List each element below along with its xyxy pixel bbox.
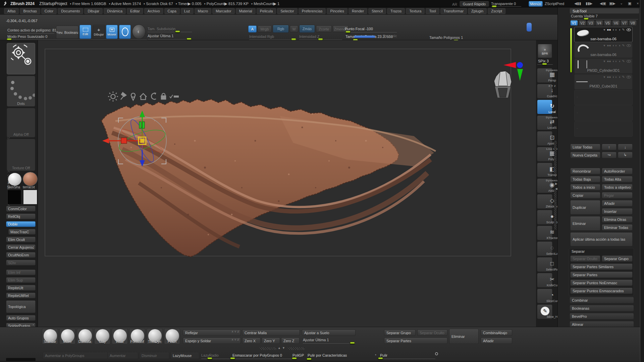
alpha-thumbnail[interactable]: Alpha Off xyxy=(7,108,35,137)
branch-arrow-button[interactable]: ↳ xyxy=(618,152,633,158)
split-parts-bottom-button[interactable]: Separar Partes xyxy=(384,338,447,344)
apply-last-action-button[interactable]: Aplicar última acción a todas las xyxy=(570,232,633,246)
list-all-button[interactable]: Listar Todas xyxy=(570,144,600,150)
menu-item[interactable]: Dinámica xyxy=(104,8,126,14)
menu-item[interactable]: Capa xyxy=(164,8,180,14)
subdivision-size-slider[interactable]: Tam. Subdivisión xyxy=(148,27,175,31)
tray-button[interactable]: Cerrar Agujeros xyxy=(6,244,36,250)
edit-button[interactable]: Edit xyxy=(79,25,91,39)
z-intensity-slider[interactable]: Intensidad Z xyxy=(299,35,320,39)
list-arrow-icon[interactable]: ▾ xyxy=(603,44,605,47)
move-down-button[interactable]: ↓ xyxy=(618,144,633,150)
panel-dock-left-icon[interactable]: ◀▣ xyxy=(600,1,606,6)
uv-icon[interactable]: ◐◑ xyxy=(612,59,616,63)
list-arrow-icon[interactable]: ▾ xyxy=(603,75,605,79)
polish-handle[interactable] xyxy=(378,357,383,359)
strip-button[interactable]: ◧ Transp xyxy=(537,163,552,177)
zscriptpred-label[interactable]: ZScriptPred xyxy=(545,2,564,6)
draw-button[interactable]: + Dibujar xyxy=(93,25,105,39)
subtool-row[interactable]: ▾ ●● ◐◑ ◑ ✎ san-barnaba-06 xyxy=(574,43,633,58)
strip-button[interactable]: Dynamic ⇄ LocalS xyxy=(537,115,552,130)
menu-item[interactable]: Tool xyxy=(426,8,439,14)
menu-item[interactable]: Zscript xyxy=(488,8,505,14)
bpr-render-button[interactable]: ● BPR xyxy=(538,44,552,58)
close-icon[interactable]: × xyxy=(637,1,639,5)
fit-last-slider-bottom[interactable]: Ajustar Última 1 xyxy=(303,338,329,342)
tray-button[interactable]: Topológica xyxy=(6,300,36,313)
restore-icon[interactable]: ▣ xyxy=(628,1,631,6)
menu-item[interactable]: Preferencias xyxy=(299,8,326,14)
mirror-button[interactable]: ReflejarX Y Z xyxy=(183,329,241,336)
gizmo-red-handle[interactable] xyxy=(121,138,127,143)
mask-by-polygroups-handle[interactable] xyxy=(230,357,235,359)
strip-button[interactable]: □ SelectRe xyxy=(537,257,552,272)
mirror-and-weld-button[interactable]: Espejo y SoldarX Y Z xyxy=(183,338,241,344)
rotate-button[interactable]: ◐ xyxy=(132,24,146,39)
section-header[interactable]: Combinar xyxy=(570,297,634,303)
menu-item[interactable]: Alfas xyxy=(4,8,19,14)
view-tab[interactable]: V7 xyxy=(621,20,628,26)
split-group-bottom-button[interactable]: Separar Grupo xyxy=(384,329,416,336)
visibility-eye-icon[interactable] xyxy=(627,28,631,31)
document-canvas[interactable] xyxy=(38,40,536,327)
menu-item[interactable]: Selector xyxy=(277,8,297,14)
uv-icon[interactable]: ◐◑ xyxy=(612,75,616,79)
fit-last-handle-top[interactable] xyxy=(186,38,192,40)
subtool-row[interactable]: ▾ ●● ◐◑ ◑ ✎ xyxy=(574,106,633,121)
gizmo-left-arrow[interactable] xyxy=(102,138,109,143)
move-up-button[interactable]: ↑ xyxy=(602,144,616,150)
menus-button[interactable]: Menús xyxy=(529,1,543,7)
tray-button[interactable]: OcultNoEnm xyxy=(6,252,36,258)
strip-button[interactable]: X Y Z ↓ Cuadric xyxy=(537,84,552,99)
menu-item[interactable]: Archivo xyxy=(144,8,163,14)
contrast-icon[interactable]: ◑ xyxy=(619,28,621,32)
menu-item[interactable]: Transformar xyxy=(440,8,467,14)
current-brush-thumbnail[interactable]: Transpose xyxy=(7,43,35,74)
redo-arrow-button[interactable]: ↪ xyxy=(602,152,616,158)
split-hidden-bottom-button[interactable]: Separar Oculto xyxy=(417,329,447,336)
strip-button[interactable]: ≋ XTractor xyxy=(537,226,552,240)
a-toggle[interactable]: A xyxy=(248,25,257,33)
menu-item[interactable]: Pelicula xyxy=(257,8,276,14)
menu-item[interactable]: Marcador xyxy=(212,8,234,14)
camera-head-widget[interactable] xyxy=(494,71,512,98)
visibility-eye-icon[interactable] xyxy=(627,44,631,47)
right-drag-handle-2[interactable] xyxy=(554,189,556,230)
poly-size-slider[interactable]: Tamaño Polígonos 1 xyxy=(429,36,463,40)
texture-thumbnail[interactable]: Texture Off xyxy=(7,139,35,171)
lazyradius-handle[interactable] xyxy=(207,357,212,359)
grow-to-polygroups-button[interactable]: Aumentar a PolyGroups xyxy=(43,352,110,359)
strip-button[interactable]: ◔ SliceCur xyxy=(537,289,552,303)
insert-button[interactable]: Insertar xyxy=(602,208,633,215)
autoreorder-button[interactable]: AutoReorder xyxy=(602,168,633,174)
menu-item[interactable]: Trazos xyxy=(387,8,405,14)
snap-to-floor-button[interactable]: Ajustar a Suelo xyxy=(302,329,356,336)
zero-z-button[interactable]: Zero Z xyxy=(281,338,300,344)
tray-button[interactable]: RepiteUlt xyxy=(6,285,36,291)
minimize-icon[interactable]: ⌄ xyxy=(620,1,623,5)
tray-slide-left-icon[interactable]: ◀▮▮ xyxy=(574,1,581,6)
delete-others-button[interactable]: Elimina Otras xyxy=(602,216,633,223)
brush-shortcut[interactable]: TrimDyn xyxy=(147,328,163,344)
uv-icon[interactable]: ◐◑ xyxy=(612,44,616,47)
menu-item[interactable]: Zplugin xyxy=(468,8,487,14)
visible-count-handle[interactable] xyxy=(584,18,589,20)
paint-icon[interactable]: ✎ xyxy=(622,59,625,63)
menu-item[interactable]: Stencil xyxy=(368,8,386,14)
brush-shortcut[interactable]: Clay xyxy=(94,328,110,344)
subtool-row[interactable]: ▾ ●● ◐◑ ◑ ✎ xyxy=(574,90,633,105)
menu-item[interactable]: Pinceles xyxy=(327,8,347,14)
tray-clipped-button[interactable] xyxy=(6,358,36,361)
view-tab[interactable]: V1 xyxy=(570,20,578,26)
strip-button[interactable]: ↻ Local xyxy=(537,100,552,114)
paste-button[interactable]: Pegar xyxy=(602,192,633,198)
brush-shortcut[interactable]: Pinch xyxy=(164,328,180,344)
axis-y-arrow[interactable] xyxy=(517,69,523,81)
right-drag-handle[interactable] xyxy=(554,141,556,174)
menu-item[interactable]: Textura xyxy=(406,8,425,14)
menu-item[interactable]: Color xyxy=(41,8,57,14)
split-section-header[interactable]: Separar xyxy=(572,249,585,253)
shrink-button[interactable]: Disminuir xyxy=(139,352,169,359)
focal-shift-handle[interactable] xyxy=(345,31,351,33)
uv-icon[interactable]: ◐◑ xyxy=(612,28,616,32)
